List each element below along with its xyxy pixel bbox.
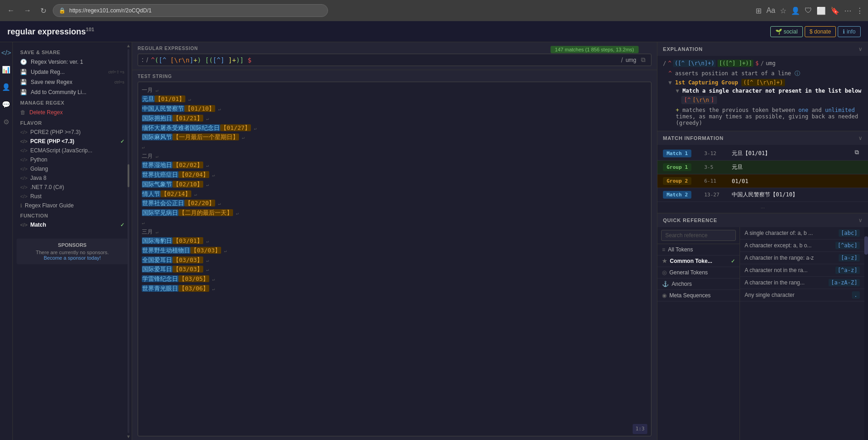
regex-bracket-sq1: [( — [205, 56, 213, 64]
hl-leifeng-date: 【03/05】 — [178, 275, 209, 282]
flavor-pcre2[interactable]: </> PCRE2 (PHP >=7.3) — [13, 128, 132, 137]
flavor-golang[interactable]: </> Golang — [13, 164, 132, 173]
regex-content[interactable]: ^([^ [\r\n]+) [([^] ]+)] $ — [151, 56, 618, 64]
exp-plus-sym: + — [676, 107, 679, 113]
regex-version-item[interactable]: 🕐 Regex Version: ver. 1 — [13, 57, 132, 67]
apps-icon[interactable]: ⋯ — [844, 6, 851, 15]
match-info-header[interactable]: MATCH INFORMATION ∨ — [657, 131, 868, 145]
shield-icon[interactable]: 🛡 — [805, 6, 812, 15]
add-community-item[interactable]: 💾 Add to Community Li... — [13, 87, 132, 97]
linebreak1: ↵ — [153, 88, 158, 93]
match-pos-2: 13-27 — [704, 192, 727, 198]
info-button[interactable]: ℹ info — [838, 26, 861, 37]
hl-leprosy-text: 国际麻风节 — [142, 134, 172, 140]
line-ear2: 国际爱耳日【03/03】 ↵ — [142, 265, 647, 274]
profile-icon[interactable]: 👤 — [791, 6, 800, 15]
back-button[interactable]: ← — [5, 5, 17, 17]
linebreak15: ↵ — [142, 220, 145, 225]
more-icon[interactable]: ⋮ — [856, 6, 863, 15]
qr-entry-5[interactable]: A character in the rang... [a-zA-Z] — [740, 277, 864, 289]
match-label-g1: Group 1 — [663, 163, 691, 171]
refresh-button[interactable]: ↻ — [38, 5, 49, 17]
scroll-down-arrow[interactable]: ▼ — [126, 434, 131, 439]
match-val-1: 元旦【01/01】 — [732, 150, 770, 157]
gear-icon[interactable]: ⚙ — [1, 116, 11, 128]
scroll-track — [128, 49, 129, 433]
save-new-item[interactable]: 💾 Save new Regex ctrl+s — [13, 77, 132, 87]
hl-hug-date: 【01/21】 — [172, 115, 203, 122]
qr-entry-3[interactable]: A character in the range: a-z [a-z] — [740, 252, 864, 264]
qr-search-input[interactable] — [661, 230, 736, 241]
regex-paren1: ( — [155, 56, 158, 64]
star-icon[interactable]: ☆ — [780, 6, 786, 15]
qr-cat-meta[interactable]: ◉ Meta Sequences — [657, 290, 740, 301]
regex-dollar: $ — [244, 56, 251, 64]
bookmark-icon[interactable]: 🔖 — [830, 6, 840, 15]
flavor-code-icon7: </> — [20, 184, 28, 190]
match-copy-all[interactable]: ⧉ — [855, 149, 859, 156]
qr-cat-all[interactable]: ≡ All Tokens — [657, 244, 740, 256]
quick-ref-header[interactable]: QUICK REFERENCE ∨ — [657, 213, 868, 227]
chat-icon[interactable]: 💬 — [0, 99, 12, 111]
match-badge: 147 matches (1 856 steps, 13.2ms) — [551, 46, 639, 53]
qr-entry-4[interactable]: A character not in the ra... [^a-z] — [740, 264, 864, 277]
copy-button[interactable]: ⧉ — [639, 56, 647, 64]
chart-icon[interactable]: 📊 — [0, 64, 12, 76]
lock-icon: 🔒 — [59, 7, 66, 14]
test-string-area[interactable]: 一月 ↵ 元旦【01/01】 ↵ 中国人民警察节【01/10】 ↵ 国际拥抱日【… — [138, 82, 651, 436]
scroll-up-arrow[interactable]: ▲ — [126, 43, 131, 48]
exp-group1-toggle[interactable]: ▼ — [668, 79, 672, 86]
function-match[interactable]: </> Match ✓ — [13, 220, 132, 229]
qr-entry-1-code: [abc] — [839, 229, 860, 237]
qr-entry-1[interactable]: A single character of: a, b ... [abc] — [740, 227, 864, 239]
match-row-g2: Group 2 6-11 01/01 — [657, 174, 868, 188]
linebreak8: ↵ — [153, 154, 158, 159]
section-feb: 二月 ↵ — [142, 152, 647, 161]
flavor-rust[interactable]: </> Rust — [13, 192, 132, 201]
flavor-pcre[interactable]: </> PCRE (PHP <7.3) ✓ — [13, 137, 132, 146]
exp-char-toggle[interactable]: ▼ — [676, 88, 679, 94]
qr-cat-all-label: All Tokens — [668, 246, 693, 253]
linebreak19: ↵ — [203, 258, 209, 263]
update-regex-item[interactable]: 💾 Update Reg... ctrl+⇧+s — [13, 67, 132, 77]
quick-ref-chevron: ∨ — [858, 217, 862, 223]
regex-delim-start: / — [146, 56, 148, 64]
flavor-code-icon8: </> — [20, 194, 28, 199]
social-button[interactable]: 🌱 social — [770, 26, 803, 37]
qr-cat-common[interactable]: ★ Common Toke... ✓ — [657, 256, 740, 267]
position-badge: 1:3 — [633, 424, 647, 434]
more-matches-indicator: ... — [657, 202, 868, 211]
flavor-dotnet[interactable]: </> .NET 7.0 (C#) — [13, 183, 132, 192]
qr-entry-2[interactable]: A character except: a, b o... [^abc] — [740, 239, 864, 252]
forward-button[interactable]: → — [21, 5, 34, 17]
hl-wetland-date: 【02/02】 — [172, 162, 203, 168]
sponsors-link[interactable]: Become a sponsor today! — [44, 255, 101, 261]
qr-entry-6[interactable]: Any single character . — [740, 289, 864, 301]
qr-cat-general[interactable]: ◎ General Tokens — [657, 267, 740, 278]
regex-section: REGULAR EXPRESSION 147 matches (1 856 st… — [132, 42, 657, 70]
donate-button[interactable]: $ donate — [805, 26, 836, 37]
grid-icon[interactable]: ⊞ — [756, 6, 762, 15]
flavor-guide[interactable]: ℹ Regex Flavor Guide — [13, 201, 132, 210]
regex-space2 — [224, 56, 228, 64]
qr-search-box — [657, 227, 740, 244]
explanation-section: EXPLANATION ∨ / ^ ([^ [\r\n]+) [([^] ]+)… — [657, 42, 868, 131]
line-police: 中国人民警察节【01/10】 ↵ — [142, 104, 647, 114]
match-label-col-g2: Group 2 — [663, 177, 700, 185]
explanation-header[interactable]: EXPLANATION ∨ — [657, 42, 868, 56]
address-bar[interactable]: 🔒 https://regex101.com/r/2oCQdD/1 — [53, 4, 328, 17]
icon-sidebar: </> 📊 👤 💬 ⚙ — [0, 42, 13, 440]
code-icon[interactable]: </> — [0, 47, 13, 58]
person-icon[interactable]: 👤 — [0, 81, 12, 93]
flavor-java8[interactable]: </> Java 8 — [13, 173, 132, 183]
app-header: regular expressions101 🌱 social $ donate… — [0, 21, 868, 42]
aa-icon[interactable]: Aa — [766, 6, 775, 15]
exp-dollar: $ — [755, 60, 758, 67]
qr-cat-anchors[interactable]: ⚓ Anchors — [657, 278, 740, 290]
exp-anchor-info[interactable]: ⓘ — [795, 70, 800, 77]
delete-regex-item[interactable]: 🗑 Delete Regex — [13, 107, 132, 117]
exp-flags: umg — [766, 60, 776, 67]
flavor-ecma[interactable]: </> ECMAScript (JavaScrip... — [13, 146, 132, 155]
layout-icon[interactable]: ⬜ — [817, 6, 826, 15]
flavor-python[interactable]: </> Python — [13, 155, 132, 164]
